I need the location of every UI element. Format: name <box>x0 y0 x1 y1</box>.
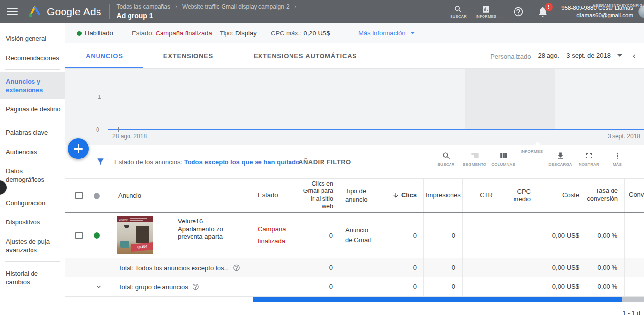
column-header-tipo-anuncio[interactable]: Tipo de anuncio <box>340 179 378 212</box>
column-header-clics-sorted[interactable]: Clics <box>378 179 423 212</box>
sidebar-navigation: Visión general Recomendaciones Anuncios … <box>0 23 65 315</box>
total-cell-clics: 0 <box>378 277 423 296</box>
column-header-clics-gmail[interactable]: Clics enGmail parair al sitioweb <box>302 179 340 212</box>
add-filter-button[interactable]: AÑADIR FILTRO <box>298 158 351 166</box>
date-range-selector[interactable]: 28 ago. – 3 sept. de 2018 <box>537 50 623 63</box>
ad-thumbnail[interactable]: velure Q7,500 <box>117 216 153 254</box>
tool-columns-button[interactable]: COLUMNAS <box>489 149 517 167</box>
estado-label: Estado: <box>132 30 154 37</box>
total-cell-coste: 0,00 US$ <box>538 258 586 277</box>
tool-reports-label: INFORMES <box>517 149 546 154</box>
sidebar-divider <box>5 121 60 121</box>
tool-expand-button[interactable]: MOSTRAR <box>575 149 603 167</box>
row-enabled-dot <box>94 232 100 239</box>
tipo-value: Display <box>235 30 257 37</box>
chevron-down-icon[interactable] <box>95 283 103 291</box>
main-content: Habilitado Estado: Campaña finalizada Ti… <box>65 23 644 315</box>
enabled-status: Habilitado <box>85 30 113 37</box>
topbar-reports-button[interactable]: INFORMES <box>472 5 500 19</box>
tool-download-button[interactable]: DESCARGA <box>546 149 575 167</box>
notifications-button[interactable]: ! <box>537 6 548 18</box>
pagination-info: 1 - 1 d <box>623 310 640 315</box>
cell-impresiones: 0 <box>423 213 462 258</box>
bar-chart-icon <box>482 5 490 14</box>
tool-segment-label: SEGMENTO <box>460 162 489 167</box>
chevron-left-icon[interactable] <box>630 52 638 60</box>
horizontal-scrollbar-track[interactable] <box>253 297 644 302</box>
tool-reports-button[interactable]: INFORMES <box>517 149 546 154</box>
column-header-estado[interactable]: Estado <box>253 179 302 212</box>
sidebar-item-recomendaciones[interactable]: Recomendaciones <box>0 48 65 67</box>
column-header-impresiones[interactable]: Impresiones <box>423 179 462 212</box>
tool-segment-button[interactable]: SEGMENTO <box>460 149 489 167</box>
sidebar-item-dispositivos[interactable]: Dispositivos <box>0 213 65 232</box>
total-cell-estado <box>253 277 302 296</box>
column-header-conversiones[interactable]: Conv <box>624 179 644 212</box>
tool-search-button[interactable]: BUSCAR <box>432 149 460 167</box>
top-app-bar: Google Ads Todas las campañas Website tr… <box>0 0 644 23</box>
page-title: Ad group 1 <box>117 12 301 20</box>
total-cell-coste: 0,00 US$ <box>538 277 586 296</box>
help-icon[interactable] <box>513 6 524 17</box>
topbar-divider <box>109 4 110 19</box>
status-dot-column-header <box>94 193 100 199</box>
breadcrumb-all-campaigns[interactable]: Todas las campañas <box>117 3 170 10</box>
ad-name-line2: Apartamento zo <box>178 225 252 233</box>
sidebar-item-historial-cambios[interactable]: Historial de cambios <box>0 264 65 291</box>
cell-tasa-conversion: 0,00 % <box>586 213 624 258</box>
estado-value: Campaña finalizada <box>156 30 212 37</box>
topbar-search-button[interactable]: BUSCAR <box>445 5 472 19</box>
column-header-anuncio[interactable]: Anuncio <box>118 191 141 199</box>
total-cell-impresiones: 0 <box>423 277 462 296</box>
sidebar-item-paginas-destino[interactable]: Páginas de destino <box>0 99 65 119</box>
cpc-value: 0,20 US$ <box>303 30 330 37</box>
sidebar-item-vision-general[interactable]: Visión general <box>0 29 65 48</box>
total-cell-tipo <box>340 277 378 296</box>
tab-anuncios[interactable]: ANUNCIOS <box>65 43 143 68</box>
sidebar-item-palabras-clave[interactable]: Palabras clave <box>0 123 65 142</box>
sidebar-item-ajustes-puja[interactable]: Ajustes de puja avanzados <box>0 232 65 259</box>
ad-thumbnail-banner: velure <box>117 216 153 222</box>
filter-funnel-icon <box>96 157 105 166</box>
breadcrumb-campaign[interactable]: Website traffic-Gmail display campaign-2 <box>182 3 290 10</box>
sidebar-item-audiencias[interactable]: Audiencias <box>0 142 65 161</box>
tools-divider <box>636 149 636 168</box>
column-header-tasa-conversion[interactable]: Tasa deconversión <box>586 179 624 212</box>
add-button[interactable] <box>68 138 89 159</box>
table-tools: BUSCAR SEGMENTO COLUMNAS INFORMES <box>432 149 636 168</box>
x-axis-end-label: 3 sept. 2018 <box>608 133 640 140</box>
cell-coste: 0,00 US$ <box>538 213 586 258</box>
ytick-dash <box>103 97 107 97</box>
menu-hamburger-icon[interactable] <box>7 8 18 15</box>
filter-label: Estado de los anuncios: <box>114 158 182 166</box>
column-header-coste[interactable]: Coste <box>538 179 586 212</box>
more-info-link[interactable]: Más información <box>358 30 415 37</box>
column-header-cpc-medio[interactable]: CPC medio <box>500 179 538 212</box>
weekend-band <box>465 69 555 130</box>
total-cell-tipo <box>340 258 378 277</box>
sidebar-item-anuncios-extensiones[interactable]: Anuncios y extensiones <box>0 72 65 99</box>
search-icon <box>442 151 451 160</box>
sort-descending-icon <box>392 192 399 199</box>
google-ads-logo-icon <box>28 4 42 19</box>
tab-extensiones[interactable]: EXTENSIONES <box>143 43 233 68</box>
google-ads-logo[interactable]: Google Ads <box>28 4 101 19</box>
chevron-down-icon <box>410 32 415 34</box>
select-all-checkbox[interactable] <box>75 192 83 199</box>
help-circle-icon[interactable] <box>233 264 240 271</box>
cell-gmail-clicks: 0 <box>302 213 340 258</box>
horizontal-scrollbar-thumb[interactable] <box>253 297 622 302</box>
ad-brand-text: velure <box>119 218 128 221</box>
cell-clics: 0 <box>378 213 423 258</box>
sidebar-item-datos-demograficos[interactable]: Datos demográficos <box>0 161 65 189</box>
tabs-bar: ANUNCIOS EXTENSIONES EXTENSIONES AUTOMÁT… <box>65 43 644 69</box>
ad-name: Velure16 Apartamento zo preventa aparta <box>178 218 252 241</box>
tab-extensiones-automaticas[interactable]: EXTENSIONES AUTOMÁTICAS <box>233 43 377 68</box>
filter-value-link[interactable]: Todos excepto los que se han quitado <box>184 158 300 166</box>
column-header-ctr[interactable]: CTR <box>462 179 500 212</box>
sidebar-item-configuracion[interactable]: Configuración <box>0 193 65 213</box>
help-circle-icon[interactable] <box>192 283 199 290</box>
topbar-tools-button[interactable]: HERRAMIENTAS Y CONFIGURACIÓN <box>593 4 636 14</box>
tool-more-button[interactable]: MÁS <box>603 149 632 167</box>
row-checkbox[interactable] <box>75 232 83 239</box>
